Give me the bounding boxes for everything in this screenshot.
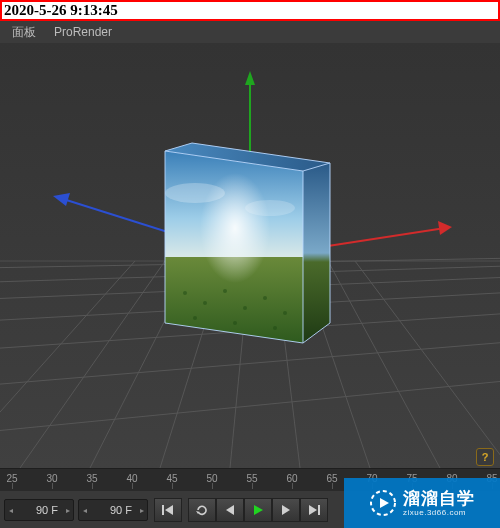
menu-bar: 面板 ProRender — [0, 21, 500, 43]
svg-point-33 — [193, 316, 197, 320]
svg-point-25 — [165, 183, 225, 203]
chevron-right-icon[interactable]: ▸ — [136, 500, 147, 520]
perspective-viewport[interactable] — [0, 43, 500, 468]
timeline-ruler[interactable]: 25 30 35 40 45 50 55 60 65 70 75 80 85 — [0, 468, 500, 491]
timestamp-watermark: 2020-5-26 9:13:45 — [0, 0, 500, 21]
chevron-left-icon[interactable]: ◂ — [5, 500, 16, 520]
viewport-canvas — [0, 43, 500, 468]
frame-end-field[interactable]: ◂ 90 F ▸ — [78, 499, 148, 521]
frame-start-value: 90 F — [16, 504, 62, 516]
transport-buttons — [154, 498, 328, 522]
go-end-button[interactable] — [300, 498, 328, 522]
svg-point-32 — [283, 311, 287, 315]
svg-point-34 — [233, 321, 237, 325]
chevron-right-icon[interactable]: ▸ — [62, 500, 73, 520]
cube-object[interactable] — [165, 143, 330, 343]
step-back-button[interactable] — [216, 498, 244, 522]
svg-rect-37 — [318, 505, 320, 515]
svg-rect-36 — [162, 505, 164, 515]
menu-item-prorender[interactable]: ProRender — [46, 22, 120, 42]
svg-point-29 — [223, 289, 227, 293]
svg-point-28 — [203, 301, 207, 305]
svg-point-27 — [183, 291, 187, 295]
app-shell: 面板 ProRender — [0, 21, 500, 528]
svg-point-31 — [263, 296, 267, 300]
frame-start-field[interactable]: ◂ 90 F ▸ — [4, 499, 74, 521]
go-start-button[interactable] — [154, 498, 182, 522]
step-forward-button[interactable] — [272, 498, 300, 522]
svg-point-35 — [273, 326, 277, 330]
chevron-left-icon[interactable]: ◂ — [79, 500, 90, 520]
svg-marker-21 — [303, 163, 330, 343]
help-button[interactable]: ? — [476, 448, 494, 466]
menu-item-panel[interactable]: 面板 — [4, 21, 44, 44]
play-button[interactable] — [244, 498, 272, 522]
loop-button[interactable] — [188, 498, 216, 522]
svg-point-26 — [245, 200, 295, 216]
transport-bar: ◂ 90 F ▸ ◂ 90 F ▸ — [0, 491, 500, 528]
frame-end-value: 90 F — [90, 504, 136, 516]
svg-point-30 — [243, 306, 247, 310]
